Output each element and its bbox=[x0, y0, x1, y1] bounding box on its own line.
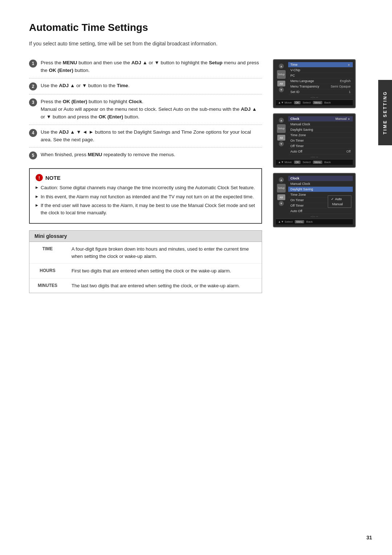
tv-icons-2: ▲ Setup AB ▼ bbox=[276, 116, 287, 154]
step-5: 5 When finished, press MENU repeatedly t… bbox=[29, 151, 262, 163]
tv-row-menutrans: Menu Transparency Semi Opaque bbox=[288, 84, 353, 89]
tv-row-daylightsaving-3: Daylight Saving bbox=[288, 187, 353, 192]
tv-row-daylightsaving: Daylight Saving bbox=[288, 127, 353, 133]
tv-move-label-2: ▲▼ Move bbox=[278, 161, 292, 164]
tv-arrow-up-1: ▲ bbox=[279, 64, 284, 69]
page-number: 31 bbox=[366, 535, 372, 540]
tv-arrow-down-2: ▼ bbox=[279, 141, 284, 146]
tv-bottom-1: ▲▼ Move OK Select Menu Back bbox=[276, 100, 353, 105]
tv-ok-btn-1: OK bbox=[294, 101, 301, 104]
tv-body-3: ▲ Setup AB ▼ Clock Manual Clock Day bbox=[276, 176, 353, 214]
submenu-item-auto: ✓Auto bbox=[328, 197, 351, 202]
step-text-2: Use the ADJ ▲ or ▼ button to the Time. bbox=[41, 82, 130, 90]
tv-bottom-3: ▲▼ Select Menu Back bbox=[276, 219, 353, 224]
glossary-box: Mini glossary TIME A four-digit figure b… bbox=[29, 230, 262, 293]
note-item-1: Caution: Some digital channels may chang… bbox=[36, 184, 256, 191]
tv-row-autooff: Auto Off Off bbox=[288, 149, 353, 154]
def-time: A four-digit figure broken down into hou… bbox=[66, 242, 262, 264]
term-minutes: MINUTES bbox=[29, 278, 66, 293]
tv-setup-icon-3: Setup bbox=[277, 184, 286, 193]
tv-row-timezone: Time Zone bbox=[288, 133, 353, 138]
tv-arrow-down-1: ▼ bbox=[279, 87, 284, 92]
tv-back-label-3: Back bbox=[306, 220, 313, 223]
tv-menu-btn-3: Menu bbox=[295, 220, 304, 223]
note-item-3: If the end user will have access to the … bbox=[36, 202, 256, 216]
glossary-table: TIME A four-digit figure broken down int… bbox=[29, 242, 262, 293]
tv-menu-2: Clock Manual ► Manual Clock Daylight Sav… bbox=[288, 116, 353, 154]
tv-row-menulang: Menu Language English bbox=[288, 78, 353, 84]
step-number-4: 4 bbox=[29, 129, 37, 137]
note-title: ! NOTE bbox=[36, 174, 256, 181]
tv-clock-2: --:-- -- bbox=[276, 154, 353, 159]
step-text-5: When finished, press MENU repeatedly to … bbox=[41, 151, 175, 159]
tv-screen-3: ▲ Setup AB ▼ Clock Manual Clock Day bbox=[273, 173, 356, 227]
tv-body-2: ▲ Setup AB ▼ Clock Manual ► Manual Clock bbox=[276, 116, 353, 154]
tv-arrow-up-3: ▲ bbox=[279, 177, 284, 182]
tv-ab-icon-1: AB bbox=[277, 81, 285, 86]
main-content: Automatic Time Settings If you select au… bbox=[0, 0, 378, 315]
tv-row-manualclock: Manual Clock bbox=[288, 122, 353, 127]
note-box: ! NOTE Caution: Some digital channels ma… bbox=[29, 168, 262, 224]
glossary-title: Mini glossary bbox=[29, 231, 262, 242]
tv-screen-1: ▲ Setup AB ▼ Time ► V-Chip bbox=[273, 59, 356, 108]
step-number-1: 1 bbox=[29, 60, 37, 68]
tv-clock-3: --:-- -- bbox=[276, 214, 353, 219]
right-column: ▲ Setup AB ▼ Time ► V-Chip bbox=[273, 59, 356, 293]
tv-menu-3: Clock Manual Clock Daylight Saving Time … bbox=[288, 176, 353, 214]
left-column: 1 Press the MENU button and then use the… bbox=[29, 59, 262, 293]
glossary-row-minutes: MINUTES The last two digits that are ent… bbox=[29, 278, 262, 293]
tv-arrow-down-3: ▼ bbox=[279, 201, 284, 206]
step-text-1: Press the MENU button and then use the A… bbox=[41, 59, 262, 74]
page-title: Automatic Time Settings bbox=[29, 22, 356, 33]
tv-back-label-1: Back bbox=[324, 101, 331, 104]
note-title-text: NOTE bbox=[45, 175, 61, 181]
side-tab-label: TIME SETTING bbox=[383, 91, 388, 134]
tv-select-label-3: ▲▼ Select bbox=[278, 220, 293, 223]
tv-row-ontimer: On Timer bbox=[288, 138, 353, 143]
tv-ok-btn-2: OK bbox=[294, 161, 301, 164]
side-tab: TIME SETTING bbox=[378, 80, 392, 145]
def-minutes: The last two digits that are entered whe… bbox=[66, 278, 262, 293]
step-text-4: Use the ADJ ▲ ▼ ◄ ► buttons to set the D… bbox=[41, 129, 262, 144]
glossary-row-hours: HOURS First two digits that are entered … bbox=[29, 264, 262, 279]
intro-text: If you select auto time setting, time wi… bbox=[29, 40, 356, 48]
step-2: 2 Use the ADJ ▲ or ▼ button to the Time. bbox=[29, 82, 262, 94]
glossary-row-time: TIME A four-digit figure broken down int… bbox=[29, 242, 262, 264]
tv-ab-icon-3: AB bbox=[277, 194, 285, 200]
tv-icons-1: ▲ Setup AB ▼ bbox=[276, 62, 287, 95]
tv-select-label-1: Select bbox=[303, 101, 311, 104]
step-number-2: 2 bbox=[29, 82, 37, 90]
step-number-5: 5 bbox=[29, 151, 37, 159]
two-column-layout: 1 Press the MENU button and then use the… bbox=[29, 59, 356, 293]
tv-screen-2: ▲ Setup AB ▼ Clock Manual ► Manual Clock bbox=[273, 113, 356, 168]
term-hours: HOURS bbox=[29, 264, 66, 279]
step-1: 1 Press the MENU button and then use the… bbox=[29, 59, 262, 78]
step-text-3: Press the OK (Enter) button to highlight… bbox=[41, 98, 262, 121]
tv-setup-icon-2: Setup bbox=[277, 124, 286, 133]
tv-bottom-2: ▲▼ Move OK Select Menu Back bbox=[276, 159, 353, 165]
step-4: 4 Use the ADJ ▲ ▼ ◄ ► buttons to set the… bbox=[29, 129, 262, 148]
tv-row-offtimer: Off Timer bbox=[288, 143, 353, 149]
submenu-item-manual: Manual bbox=[328, 202, 351, 207]
tv-arrow-up-2: ▲ bbox=[279, 118, 284, 123]
note-list: Caution: Some digital channels may chang… bbox=[36, 184, 256, 216]
step-3: 3 Press the OK (Enter) button to highlig… bbox=[29, 98, 262, 125]
def-hours: First two digits that are entered when s… bbox=[66, 264, 262, 279]
tv-row-time: Time ► bbox=[288, 62, 353, 68]
tv-row-autooff-3: Auto Off bbox=[288, 208, 353, 214]
tv-menu-btn-2: Menu bbox=[313, 161, 322, 164]
tv-clock-1: --:-- -- bbox=[276, 95, 353, 100]
note-item-2: In this event, the Alarm may not functio… bbox=[36, 193, 256, 200]
tv-row-setid: Set ID 1 bbox=[288, 89, 353, 95]
tv-select-label-2: Select bbox=[303, 161, 311, 164]
tv-row-vchip: V-Chip bbox=[288, 68, 353, 73]
note-icon: ! bbox=[36, 174, 43, 181]
tv-header-clock: Clock Manual ► bbox=[288, 116, 353, 122]
tv-menu-1: Time ► V-Chip PC Menu Language English bbox=[288, 62, 353, 95]
tv-icons-3: ▲ Setup AB ▼ bbox=[276, 176, 287, 214]
submenu-popup: ✓Auto Manual bbox=[328, 195, 351, 208]
tv-setup-icon-1: Setup bbox=[277, 70, 286, 79]
tv-header-clock-3: Clock bbox=[288, 176, 353, 181]
tv-ab-icon-2: AB bbox=[277, 135, 285, 141]
steps-container: 1 Press the MENU button and then use the… bbox=[29, 59, 262, 163]
